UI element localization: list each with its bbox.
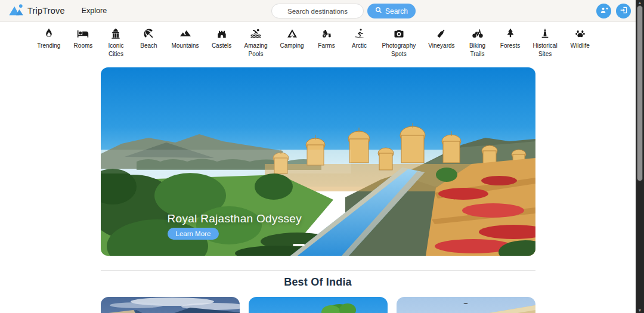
scrollbar-up-arrow[interactable]: ▲ xyxy=(636,1,644,5)
pool-icon xyxy=(250,27,262,39)
category-item-wildlife[interactable]: Wildlife xyxy=(570,27,590,50)
destination-card[interactable] xyxy=(397,297,535,313)
bed-icon xyxy=(77,27,89,39)
category-label: Iconic Cities xyxy=(108,42,123,58)
camera-icon xyxy=(393,27,405,39)
category-item-amazing-pools[interactable]: Amazing Pools xyxy=(244,27,268,58)
category-label: Forests xyxy=(500,42,520,50)
page-scrollbar[interactable]: ▲ ▼ xyxy=(636,0,644,313)
section-divider xyxy=(101,270,535,271)
category-label: Photography Spots xyxy=(382,42,416,58)
category-item-trending[interactable]: Trending xyxy=(37,27,60,50)
destination-card[interactable] xyxy=(101,297,240,313)
scrollbar-down-arrow[interactable]: ▼ xyxy=(636,308,644,312)
bicycle-icon xyxy=(472,27,484,39)
carousel-indicator[interactable] xyxy=(293,244,305,246)
search-button[interactable]: Search xyxy=(367,4,416,18)
learn-more-button[interactable]: Learn More xyxy=(168,228,219,240)
category-label: Rooms xyxy=(74,42,93,50)
mountains-sun-logo-icon xyxy=(8,4,24,18)
ski-icon xyxy=(354,27,366,39)
hero-carousel: Royal Rajasthan Odyssey Learn More xyxy=(101,67,535,256)
category-item-historical-sites[interactable]: Historical Sites xyxy=(533,27,558,58)
tent-icon xyxy=(286,27,298,39)
category-item-rooms[interactable]: Rooms xyxy=(73,27,93,50)
category-bar: Trending Rooms Iconic Cities Beach Mount… xyxy=(0,22,636,61)
category-item-iconic-cities[interactable]: Iconic Cities xyxy=(106,27,126,58)
lone-tree-sky-image xyxy=(249,297,388,313)
mountain-icon xyxy=(179,27,191,39)
category-label: Wildlife xyxy=(571,42,590,50)
category-label: Trending xyxy=(37,42,60,50)
category-label: Amazing Pools xyxy=(244,42,268,58)
register-button[interactable] xyxy=(596,4,611,18)
category-label: Mountains xyxy=(171,42,199,50)
trending-icon xyxy=(43,27,55,39)
category-item-camping[interactable]: Camping xyxy=(280,27,304,50)
desert-dune-image xyxy=(397,297,535,313)
tree-icon xyxy=(504,27,516,39)
fort-icon xyxy=(110,27,122,39)
category-item-castels[interactable]: Castels xyxy=(212,27,232,50)
himalayan-monastery-image xyxy=(101,297,240,313)
brand-logo[interactable]: TripTrove xyxy=(8,4,65,18)
category-item-vineyards[interactable]: Vineyards xyxy=(428,27,454,50)
beach-icon xyxy=(143,27,154,39)
best-of-india-cards xyxy=(101,297,535,313)
tractor-icon xyxy=(321,27,333,39)
login-icon xyxy=(620,6,628,16)
category-label: Farms xyxy=(318,42,335,50)
category-item-mountains[interactable]: Mountains xyxy=(171,27,199,50)
hero-image xyxy=(101,67,535,256)
castle-icon xyxy=(216,27,228,39)
category-label: Biking Trails xyxy=(469,42,485,58)
category-item-photography-spots[interactable]: Photography Spots xyxy=(382,27,416,58)
monument-icon xyxy=(539,27,551,39)
person-add-icon xyxy=(600,6,608,16)
search-icon xyxy=(375,7,382,16)
category-item-beach[interactable]: Beach xyxy=(138,27,159,50)
hero-title: Royal Rajasthan Odyssey xyxy=(168,212,302,225)
nav-link-explore[interactable]: Explore xyxy=(82,7,107,15)
scrollbar-thumb[interactable] xyxy=(637,5,643,181)
category-label: Castels xyxy=(212,42,231,50)
wine-bottle-icon xyxy=(435,27,447,39)
category-item-biking-trails[interactable]: Biking Trails xyxy=(467,27,488,58)
brand-name: TripTrove xyxy=(27,6,65,16)
search-button-label: Search xyxy=(385,7,408,16)
category-item-arctic[interactable]: Arctic xyxy=(349,27,370,50)
search-input[interactable] xyxy=(271,4,364,18)
category-label: Historical Sites xyxy=(533,42,558,58)
category-label: Beach xyxy=(140,42,157,50)
category-label: Camping xyxy=(280,42,304,50)
category-label: Vineyards xyxy=(428,42,454,50)
category-item-farms[interactable]: Farms xyxy=(317,27,337,50)
login-button[interactable] xyxy=(616,4,631,18)
paw-icon xyxy=(574,27,586,39)
category-item-forests[interactable]: Forests xyxy=(500,27,521,50)
top-navbar: TripTrove Explore Search xyxy=(0,0,644,22)
category-label: Arctic xyxy=(352,42,367,50)
destination-card[interactable] xyxy=(249,297,388,313)
section-title-best-of-india: Best Of India xyxy=(101,276,535,289)
